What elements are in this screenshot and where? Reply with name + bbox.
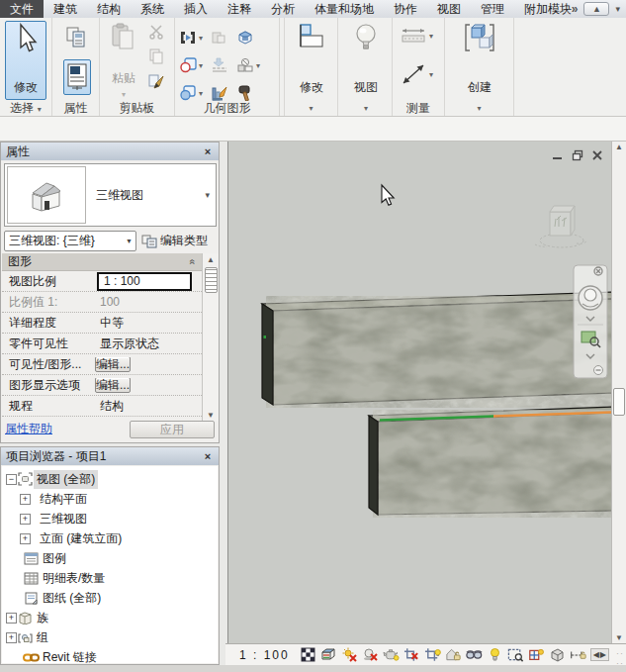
measure-diagonal-caret-icon[interactable]: ▾ xyxy=(429,70,433,79)
tab-systems[interactable]: 系统 xyxy=(131,0,174,18)
tree-item-structural-plans[interactable]: + 结构平面 xyxy=(2,489,218,509)
cut-caret-icon[interactable]: ▾ xyxy=(199,61,203,70)
paint-button[interactable] xyxy=(236,30,260,46)
temporary-view-properties-icon[interactable] xyxy=(507,646,524,663)
properties-scroll-thumb[interactable] xyxy=(205,267,218,293)
minimize-ribbon-caret-icon[interactable]: ▾ xyxy=(615,4,620,14)
tree-item-sheets[interactable]: 图纸 (全部) xyxy=(2,588,218,608)
collapse-expander-icon[interactable]: − xyxy=(6,474,17,485)
type-selector[interactable]: 三维视图 ▾ xyxy=(4,163,217,227)
analytical-model-icon[interactable] xyxy=(528,646,545,663)
vertical-scrollbar[interactable]: ▲ ▼ xyxy=(611,142,626,643)
pane-right-icon[interactable]: ▶ xyxy=(600,650,606,659)
tab-insert[interactable]: 插入 xyxy=(174,0,218,18)
create-panel-label[interactable]: ▾ xyxy=(445,100,513,114)
cut-button[interactable] xyxy=(147,23,165,41)
expand-expander-icon[interactable]: + xyxy=(20,514,31,525)
tab-collaborate[interactable]: 协作 xyxy=(384,0,427,18)
scrollbar-down-icon[interactable]: ▼ xyxy=(612,633,626,642)
cut-button-geometry[interactable]: ▾ xyxy=(179,57,203,73)
expand-expander-icon[interactable]: + xyxy=(20,533,31,544)
beam-lower[interactable] xyxy=(369,407,611,515)
tab-massing-site[interactable]: 体量和场地 xyxy=(305,0,384,18)
render-dialog-icon[interactable] xyxy=(383,646,400,663)
modify-tool-button[interactable]: 修改 xyxy=(5,21,46,100)
tab-analyze[interactable]: 分析 xyxy=(261,0,305,18)
select-panel-label[interactable]: 选择 ▾ xyxy=(0,100,51,114)
view-button[interactable]: 视图 xyxy=(345,21,387,100)
copy-button[interactable] xyxy=(147,48,165,65)
tree-item-3d-views[interactable]: + 三维视图 xyxy=(2,509,218,528)
tab-annotate[interactable]: 注释 xyxy=(218,0,261,18)
temporary-hide-isolate-icon[interactable] xyxy=(466,646,483,663)
view-restore-icon[interactable] xyxy=(571,148,583,161)
clipboard-panel-label[interactable]: 剪贴板 xyxy=(100,100,174,114)
view-panel-label[interactable]: ▾ xyxy=(340,100,392,114)
navigation-bar[interactable] xyxy=(574,265,607,378)
unjoin-caret-icon[interactable]: ▾ xyxy=(256,61,260,70)
create-button[interactable]: 创建 xyxy=(459,21,500,100)
apply-button[interactable]: 应用 xyxy=(130,421,215,438)
measure-linear-button[interactable]: ▾ xyxy=(400,26,433,46)
section-collapse-icon[interactable]: « xyxy=(188,259,199,265)
parts-visibility-value[interactable]: 显示原状态 xyxy=(93,336,202,352)
tree-item-families[interactable]: + 族 xyxy=(2,608,218,627)
match-type-button[interactable] xyxy=(147,73,165,91)
tab-architecture[interactable]: 建筑 xyxy=(44,0,87,18)
visual-style-icon[interactable] xyxy=(320,646,337,663)
scrollbar-up-icon[interactable]: ▲ xyxy=(612,143,626,151)
join-caret-icon[interactable]: ▾ xyxy=(199,89,203,98)
pane-scroll-arrows[interactable]: ◀ ▶ xyxy=(590,648,609,661)
viewcube-faded-icon[interactable] xyxy=(535,206,586,247)
crop-view-off-icon[interactable] xyxy=(403,646,420,663)
properties-help-link[interactable]: 属性帮助 xyxy=(5,421,52,437)
scale-control[interactable]: 1 : 100 xyxy=(239,648,290,662)
visibility-edit-button[interactable]: 编辑... xyxy=(95,357,131,372)
tab-structure[interactable]: 结构 xyxy=(87,0,131,18)
navbar-options-icon[interactable] xyxy=(594,366,603,375)
edit-type-button[interactable]: 编辑类型 xyxy=(141,231,208,251)
scrollbar-thumb[interactable] xyxy=(613,388,625,416)
navbar-close-icon[interactable] xyxy=(594,267,602,275)
unjoin-button[interactable]: ▾ xyxy=(236,57,260,73)
tab-overflow-icon[interactable]: » xyxy=(572,2,579,16)
tree-item-views[interactable]: − 视图 (全部) xyxy=(2,469,218,489)
scroll-up-icon[interactable]: ▲ xyxy=(207,253,215,266)
paste-button[interactable]: 粘贴 ▾ xyxy=(103,21,144,100)
modify-panel-button[interactable]: 修改 xyxy=(291,21,332,100)
modify-panel-label[interactable]: ▾ xyxy=(285,100,337,114)
beam-upper[interactable] xyxy=(262,292,611,405)
demolish-button[interactable] xyxy=(236,85,260,101)
steering-wheel-button[interactable] xyxy=(579,286,602,310)
type-selector-caret-icon[interactable]: ▾ xyxy=(205,190,210,200)
properties-palette-button[interactable] xyxy=(63,59,91,95)
project-browser-close-icon[interactable]: × xyxy=(202,450,214,462)
properties-title-bar[interactable]: 属性 × xyxy=(1,143,219,160)
drawing-area[interactable] xyxy=(227,142,611,643)
instance-selector[interactable]: 三维视图: {三维} ▼ xyxy=(4,231,136,251)
expand-expander-icon[interactable]: + xyxy=(20,494,31,505)
view-minimize-icon[interactable] xyxy=(551,148,564,161)
detail-level-value[interactable]: 中等 xyxy=(93,315,202,332)
view-scale-input[interactable]: 1 : 100 xyxy=(97,272,192,291)
drawing-canvas[interactable] xyxy=(228,142,611,643)
tab-view[interactable]: 视图 xyxy=(427,0,471,18)
unlocked-3d-view-icon[interactable] xyxy=(445,646,462,663)
expand-expander-icon[interactable]: + xyxy=(6,613,17,624)
section-graphics[interactable]: 图形 « xyxy=(2,253,202,271)
pane-left-icon[interactable]: ◀ xyxy=(593,650,599,659)
cope-caret-icon[interactable]: ▾ xyxy=(199,34,203,43)
displacement-icon[interactable] xyxy=(549,646,566,663)
cope-button[interactable]: ▾ xyxy=(179,30,203,46)
project-browser-title-bar[interactable]: 项目浏览器 - 项目1 × xyxy=(1,447,219,465)
view-close-icon[interactable] xyxy=(590,148,603,161)
offset-button[interactable] xyxy=(211,57,228,73)
reveal-constraints-icon[interactable] xyxy=(570,646,586,663)
measure-linear-caret-icon[interactable]: ▾ xyxy=(429,32,433,41)
properties-scrollbar[interactable]: ▲ ▼ xyxy=(202,253,219,422)
properties-close-icon[interactable]: × xyxy=(202,145,214,157)
tree-item-groups[interactable]: + 组 xyxy=(2,627,218,647)
tab-file[interactable]: 文件 xyxy=(0,0,44,18)
beam-column-joins-button[interactable] xyxy=(211,85,228,101)
tree-item-elevations[interactable]: + 立面 (建筑立面) xyxy=(2,528,218,548)
